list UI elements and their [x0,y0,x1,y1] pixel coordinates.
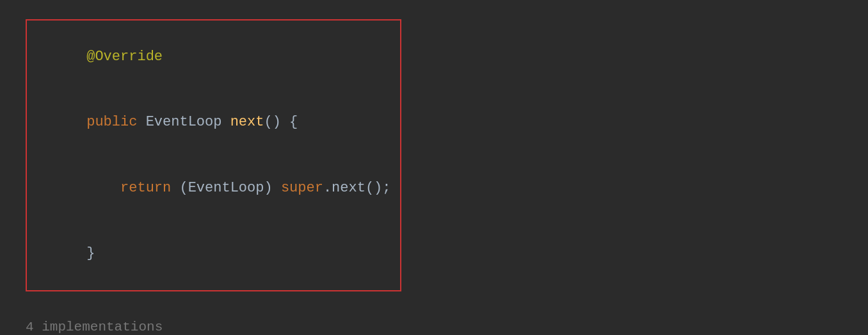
kw-super: super [281,180,323,196]
spacer1 [26,303,842,317]
cast-eventloop: (EventLoop) [179,180,280,196]
annotation-override1: @Override [86,49,163,65]
line-override1: @Override [36,24,391,90]
line-return-super: return (EventLoop) super.next(); [36,156,391,221]
kw-return1: return [120,180,179,196]
brace-close1: } [86,245,95,261]
line-close1: } [36,221,391,286]
code-container: @Override public EventLoop next() { retu… [0,0,868,335]
paren-open1: () { [264,114,298,130]
line-public-next: public EventLoop next() { [36,90,391,155]
indent1 [86,180,120,196]
implementations-label: 4 implementations [26,317,842,335]
method-next: next [230,114,264,130]
super-next: .next(); [323,180,391,196]
kw-public: public [86,114,145,130]
highlighted-block-1: @Override public EventLoop next() { retu… [26,19,401,291]
type-eventloop1: EventLoop [146,114,230,130]
